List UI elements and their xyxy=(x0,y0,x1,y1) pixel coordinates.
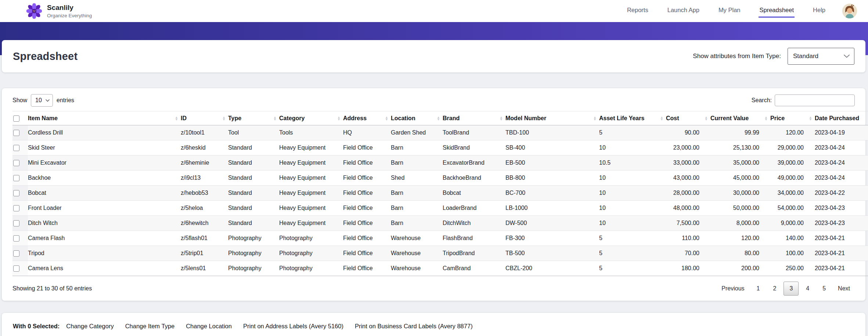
bulk-action-print-business-card-labels[interactable]: Print on Business Card Labels (Avery 887… xyxy=(355,323,473,330)
row-checkbox[interactable] xyxy=(13,265,19,272)
nav-item-launch-app[interactable]: Launch App xyxy=(667,4,700,18)
sort-arrows-icon[interactable]: ▲▼ xyxy=(337,116,341,121)
search-label: Search: xyxy=(752,97,772,104)
user-avatar[interactable] xyxy=(842,4,857,18)
column-header-price[interactable]: Price▲▼ xyxy=(770,111,815,125)
cell-address: Field Office xyxy=(343,201,391,216)
cell-price: 100.00 xyxy=(770,246,815,261)
table-body: Cordless Drillz/10tool1ToolToolsHQGarden… xyxy=(12,125,868,276)
column-label: Location xyxy=(391,115,415,121)
sort-arrows-icon[interactable]: ▲▼ xyxy=(175,116,178,121)
pagination-next-button[interactable]: Next xyxy=(833,282,855,296)
cell-type: Standard xyxy=(228,201,279,216)
top-bar: Scanlily Organize Everything Reports Lau… xyxy=(0,0,868,22)
cell-asset_life_years: 5 xyxy=(599,246,666,261)
bulk-action-change-location[interactable]: Change Location xyxy=(186,323,232,330)
cell-cost: 90.00 xyxy=(666,125,710,140)
row-checkbox[interactable] xyxy=(13,235,19,242)
row-checkbox[interactable] xyxy=(13,160,19,166)
pagination: Previous 1 2 3 4 5 Next xyxy=(715,282,855,296)
row-checkbox[interactable] xyxy=(13,205,19,211)
cell-type: Standard xyxy=(228,216,279,231)
column-header-model_number[interactable]: Model Number▲▼ xyxy=(505,111,599,125)
cell-model_number: TBD-100 xyxy=(505,125,599,140)
pagination-page-3-current[interactable]: 3 xyxy=(784,282,799,296)
cell-address: HQ xyxy=(343,125,391,140)
page-size-value: 10 xyxy=(35,97,42,104)
item-type-select[interactable]: Standard xyxy=(788,48,854,65)
cell-model_number: DW-500 xyxy=(505,216,599,231)
nav-item-my-plan[interactable]: My Plan xyxy=(718,4,741,18)
column-header-location[interactable]: Location▲▼ xyxy=(391,111,443,125)
cell-price: 140.00 xyxy=(770,231,815,246)
column-header-cost[interactable]: Cost▲▼ xyxy=(666,111,710,125)
page-size-select[interactable]: 10 xyxy=(31,94,53,107)
cell-category: Heavy Equipment xyxy=(279,140,343,156)
bulk-selected-label: With 0 Selected: xyxy=(13,323,60,330)
bulk-action-change-item-type[interactable]: Change Item Type xyxy=(125,323,175,330)
sort-arrows-icon[interactable]: ▲▼ xyxy=(593,116,597,121)
bulk-action-print-address-labels[interactable]: Print on Address Labels (Avery 5160) xyxy=(243,323,343,330)
row-checkbox[interactable] xyxy=(13,175,19,181)
cell-item_name: Tripod xyxy=(28,246,181,261)
items-table: Item Name▲▼ID▲▼Type▲▼Category▲▼Address▲▼… xyxy=(12,111,868,276)
sort-arrows-icon[interactable]: ▲▼ xyxy=(705,116,708,121)
cell-brand: SkidBrand xyxy=(443,140,505,156)
pagination-page-1[interactable]: 1 xyxy=(751,282,766,296)
sort-arrows-icon[interactable]: ▲▼ xyxy=(500,116,503,121)
row-select-cell xyxy=(12,156,28,171)
pagination-page-2[interactable]: 2 xyxy=(767,282,782,296)
row-checkbox[interactable] xyxy=(13,220,19,226)
column-header-address[interactable]: Address▲▼ xyxy=(343,111,391,125)
cell-asset_life_years: 10 xyxy=(599,201,666,216)
row-checkbox[interactable] xyxy=(13,145,19,151)
cell-item_name: Mini Excavator xyxy=(28,156,181,171)
cell-location: Barn xyxy=(391,186,443,201)
cell-date_purchased: 2023-04-24 xyxy=(815,140,868,156)
column-header-asset_life_years[interactable]: Asset Life Years▲▼ xyxy=(599,111,666,125)
nav-item-spreadsheet[interactable]: Spreadsheet xyxy=(759,4,795,18)
pagination-page-5[interactable]: 5 xyxy=(817,282,832,296)
cell-date_purchased: 2023-04-21 xyxy=(815,231,868,246)
row-checkbox[interactable] xyxy=(13,250,19,257)
spreadsheet-table-card: Show 10 entries Search: Item Name▲▼ID▲▼T… xyxy=(2,88,865,301)
column-label: Brand xyxy=(443,115,460,121)
cell-current_value: 35,000.00 xyxy=(710,156,770,171)
column-header-category[interactable]: Category▲▼ xyxy=(279,111,343,125)
sort-arrows-icon[interactable]: ▲▼ xyxy=(385,116,388,121)
cell-current_value: 8,000.00 xyxy=(710,216,770,231)
cell-brand: DitchWitch xyxy=(443,216,505,231)
sort-arrows-icon[interactable]: ▲▼ xyxy=(809,116,812,121)
nav-item-help[interactable]: Help xyxy=(812,4,826,18)
column-header-date_purchased[interactable]: Date Purchased▲▼ xyxy=(815,111,868,125)
cell-cost: 70.00 xyxy=(666,246,710,261)
search-input[interactable] xyxy=(775,94,855,106)
bulk-action-change-category[interactable]: Change Category xyxy=(66,323,114,330)
row-checkbox[interactable] xyxy=(13,130,19,136)
sort-arrows-icon[interactable]: ▲▼ xyxy=(437,116,440,121)
table-row: Cordless Drillz/10tool1ToolToolsHQGarden… xyxy=(12,125,868,140)
cell-address: Field Office xyxy=(343,186,391,201)
cell-price: 54,000.00 xyxy=(770,201,815,216)
cell-date_purchased: 2023-04-22 xyxy=(815,186,868,201)
cell-price: 250.00 xyxy=(770,261,815,276)
brand-name: Scanlily xyxy=(47,4,92,12)
row-checkbox[interactable] xyxy=(13,190,19,196)
column-header-current_value[interactable]: Current Value▲▼ xyxy=(710,111,770,125)
column-header-brand[interactable]: Brand▲▼ xyxy=(443,111,505,125)
column-header-item_name[interactable]: Item Name▲▼ xyxy=(28,111,181,125)
sort-arrows-icon[interactable]: ▲▼ xyxy=(764,116,768,121)
pagination-page-4[interactable]: 4 xyxy=(800,282,815,296)
sort-arrows-icon[interactable]: ▲▼ xyxy=(273,116,277,121)
column-label: Model Number xyxy=(505,115,546,121)
sort-arrows-icon[interactable]: ▲▼ xyxy=(222,116,226,121)
pagination-previous-button[interactable]: Previous xyxy=(717,282,749,296)
cell-cost: 33,000.00 xyxy=(666,156,710,171)
column-header-id[interactable]: ID▲▼ xyxy=(181,111,228,125)
cell-current_value: 50,000.00 xyxy=(710,201,770,216)
select-all-checkbox[interactable] xyxy=(13,115,19,122)
nav-item-reports[interactable]: Reports xyxy=(626,4,649,18)
brand: Scanlily Organize Everything xyxy=(26,3,92,19)
column-header-type[interactable]: Type▲▼ xyxy=(228,111,279,125)
sort-arrows-icon[interactable]: ▲▼ xyxy=(660,116,663,121)
